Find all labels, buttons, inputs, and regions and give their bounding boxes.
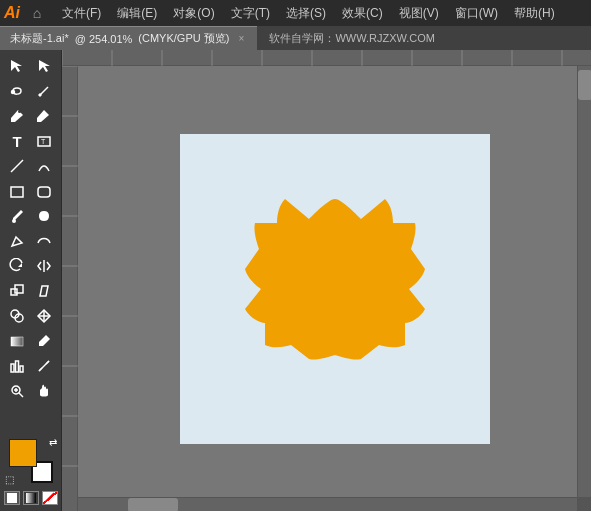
area-text-tool[interactable]: T (31, 129, 57, 153)
gradient-tool[interactable] (4, 329, 30, 353)
color-fill-icon[interactable] (4, 491, 20, 505)
menu-select[interactable]: 选择(S) (278, 0, 334, 26)
tool-row-2 (4, 79, 57, 103)
menu-view[interactable]: 视图(V) (391, 0, 447, 26)
svg-line-26 (19, 393, 23, 397)
shear-tool[interactable] (31, 279, 57, 303)
tool-row-14 (4, 379, 57, 403)
tab-extra-info: 软件自学网：WWW.RJZXW.COM (269, 31, 591, 46)
artboard[interactable] (180, 134, 490, 444)
color-swatches[interactable]: ⇄ ⬚ (9, 439, 53, 483)
menu-effect[interactable]: 效果(C) (334, 0, 391, 26)
pen-tool[interactable] (4, 104, 30, 128)
bar-chart-tool[interactable] (4, 354, 30, 378)
scrollbar-right-thumb[interactable] (578, 70, 591, 100)
svg-line-8 (11, 160, 23, 172)
app-logo: Ai (4, 4, 20, 22)
menu-bar: Ai ⌂ 文件(F) 编辑(E) 对象(O) 文字(T) 选择(S) 效果(C)… (0, 0, 591, 26)
color-mode-row (4, 491, 58, 505)
tool-row-10 (4, 279, 57, 303)
svg-rect-18 (11, 337, 23, 346)
scrollbar-right[interactable] (577, 66, 591, 497)
home-icon[interactable]: ⌂ (28, 4, 46, 22)
svg-rect-10 (38, 187, 50, 197)
none-fill-icon[interactable] (42, 491, 58, 505)
scrollbar-bottom-thumb[interactable] (128, 498, 178, 511)
direct-select-tool[interactable] (31, 54, 57, 78)
swap-colors-icon[interactable]: ⇄ (49, 437, 57, 448)
tool-row-6 (4, 179, 57, 203)
tool-row-12 (4, 329, 57, 353)
lasso-tool[interactable] (4, 79, 30, 103)
brush-tool[interactable] (4, 204, 30, 228)
magic-wand-tool[interactable] (31, 79, 57, 103)
eyedropper-tool[interactable] (31, 329, 57, 353)
svg-rect-21 (20, 366, 23, 372)
shape-builder-tool[interactable] (4, 304, 30, 328)
svg-rect-19 (11, 364, 14, 372)
gradient-fill-icon[interactable] (23, 491, 39, 505)
text-tool[interactable]: T (4, 129, 30, 153)
smooth-tool[interactable] (31, 229, 57, 253)
active-tab[interactable]: 未标题-1.ai* @ 254.01% (CMYK/GPU 预览) × (0, 26, 257, 50)
pencil-tool[interactable] (4, 229, 30, 253)
svg-line-3 (40, 87, 48, 95)
svg-marker-12 (18, 263, 22, 267)
tool-row-4: T T (4, 129, 57, 153)
rounded-rect-tool[interactable] (31, 179, 57, 203)
rect-tool[interactable] (4, 179, 30, 203)
zoom-tool[interactable] (4, 379, 30, 403)
hand-tool[interactable] (31, 379, 57, 403)
svg-line-24 (46, 361, 49, 364)
live-paint-tool[interactable] (31, 304, 57, 328)
menu-edit[interactable]: 编辑(E) (109, 0, 165, 26)
star-shape[interactable] (225, 179, 445, 399)
tab-title: 未标题-1.ai* (10, 31, 69, 46)
svg-line-23 (39, 368, 42, 371)
svg-point-11 (12, 219, 16, 223)
main-layout: T T (0, 50, 591, 511)
svg-point-2 (12, 91, 15, 94)
menu-help[interactable]: 帮助(H) (506, 0, 563, 26)
reset-colors-icon[interactable]: ⬚ (5, 474, 14, 485)
tool-row-5 (4, 154, 57, 178)
rotate-tool[interactable] (4, 254, 30, 278)
tab-mode: (CMYK/GPU 预览) (138, 31, 229, 46)
color-area: ⇄ ⬚ (0, 435, 62, 511)
scrollbar-corner (577, 497, 591, 511)
toolbar: T T (0, 50, 62, 511)
svg-rect-14 (11, 289, 17, 295)
tab-bar: 未标题-1.ai* @ 254.01% (CMYK/GPU 预览) × 软件自学… (0, 26, 591, 50)
svg-rect-20 (16, 361, 19, 372)
scrollbar-bottom[interactable] (78, 497, 577, 511)
reflect-tool[interactable] (31, 254, 57, 278)
menu-object[interactable]: 对象(O) (165, 0, 222, 26)
select-tool[interactable] (4, 54, 30, 78)
tool-row-1 (4, 54, 57, 78)
svg-rect-30 (26, 493, 36, 503)
tool-row-3 (4, 104, 57, 128)
svg-marker-1 (39, 60, 50, 72)
svg-marker-0 (11, 60, 22, 72)
tool-row-7 (4, 204, 57, 228)
tool-row-9 (4, 254, 57, 278)
svg-rect-9 (11, 187, 23, 197)
svg-point-5 (18, 110, 21, 113)
blob-brush-tool[interactable] (31, 204, 57, 228)
tab-close-button[interactable]: × (235, 33, 247, 45)
menu-window[interactable]: 窗口(W) (447, 0, 506, 26)
svg-rect-29 (7, 493, 17, 503)
scale-tool[interactable] (4, 279, 30, 303)
menu-type[interactable]: 文字(T) (223, 0, 278, 26)
svg-text:T: T (41, 138, 46, 145)
tool-row-13 (4, 354, 57, 378)
measure-tool[interactable] (31, 354, 57, 378)
canvas-area[interactable] (62, 50, 591, 511)
menu-file[interactable]: 文件(F) (54, 0, 109, 26)
tab-zoom: @ 254.01% (75, 33, 133, 45)
fill-color-swatch[interactable] (9, 439, 37, 467)
line-tool[interactable] (4, 154, 30, 178)
arc-tool[interactable] (31, 154, 57, 178)
add-anchor-tool[interactable] (31, 104, 57, 128)
tool-row-8 (4, 229, 57, 253)
